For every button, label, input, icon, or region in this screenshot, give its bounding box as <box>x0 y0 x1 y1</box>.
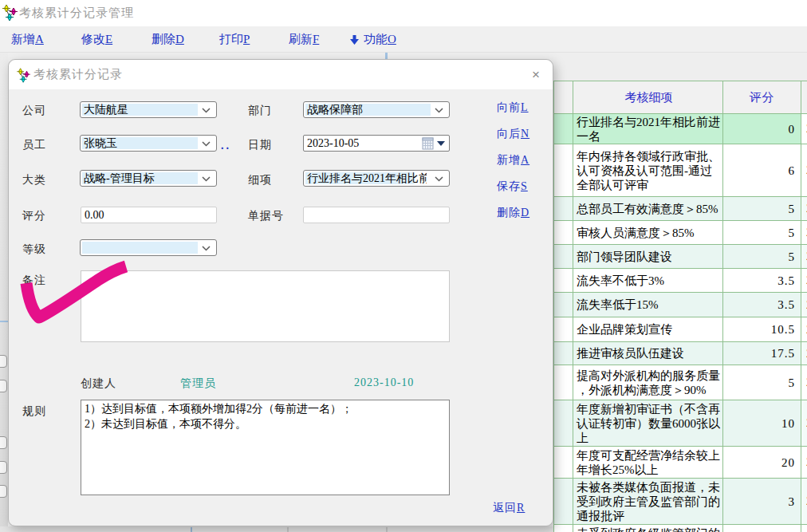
toolbar-button-E[interactable]: 修改E <box>81 26 112 52</box>
company-value: 大陆航星 <box>84 102 128 117</box>
grid-item-cell: 未被各类媒体负面报道，未受到政府主管及监管部门的通报批评 <box>573 479 723 525</box>
window-title: 考核累计分记录管理 <box>19 0 134 26</box>
grid-row[interactable]: 年度可支配经营净结余较上年增长25%以上202 <box>554 447 807 479</box>
date-picker[interactable]: 2023-10-05 <box>303 135 450 152</box>
grid-row[interactable]: 未受到政府各级监管部门的通报批评2 <box>554 525 807 532</box>
date-label: 日期 <box>248 138 272 152</box>
side-button-S[interactable]: 保存S <box>497 179 528 194</box>
grid-row[interactable]: 部门领导团队建设52 <box>554 245 807 269</box>
grid-item-cell: 提高对外派机构的服务质量，外派机构满意度＞90% <box>573 365 723 400</box>
grid-row-header-cell <box>554 197 573 221</box>
grid-column-item: 考核细项 <box>573 81 723 114</box>
side-button-A[interactable]: 新增A <box>497 153 529 167</box>
detail-label: 细项 <box>248 173 272 187</box>
grade-label: 等级 <box>22 242 46 257</box>
side-button-N[interactable]: 向后N <box>497 127 529 141</box>
chevron-down-icon <box>435 108 443 113</box>
background-gridline <box>191 527 192 532</box>
score-input[interactable]: 0.00 <box>81 207 217 223</box>
department-label: 部门 <box>248 104 272 118</box>
creator-label: 创建人 <box>81 376 116 391</box>
grid-clipped-cell: 2 <box>801 479 807 525</box>
grid-row-header-cell <box>554 525 573 532</box>
remark-textarea[interactable] <box>81 270 450 342</box>
grid-score-cell: 0 <box>723 114 801 144</box>
grid-row-header-cell <box>554 479 573 525</box>
grid-row-header-cell <box>554 114 573 144</box>
grid-row-header-cell <box>554 293 573 317</box>
chevron-down-icon <box>435 176 443 182</box>
toolbar-button-A[interactable]: 新增A <box>11 26 44 52</box>
background-checkbox <box>0 436 7 449</box>
toolbar-menu-button[interactable]: 功能O <box>364 26 396 52</box>
background-bottom-strip <box>0 526 553 532</box>
department-value: 战略保障部 <box>307 102 363 117</box>
background-gridline <box>287 527 289 532</box>
grid-row[interactable]: 未被各类媒体负面报道，未受到政府主管及监管部门的通报批评32 <box>554 479 807 525</box>
grid-score-cell <box>723 525 801 532</box>
grid-score-cell: 6 <box>723 144 801 197</box>
grid-row[interactable]: 企业品牌策划宣传10.52 <box>554 317 807 342</box>
window-titlebar: 考核累计分记录管理 <box>0 0 807 26</box>
grid-row[interactable]: 推进审核员队伍建设17.52 <box>554 342 807 365</box>
employee-select[interactable]: 张晓玉 <box>80 135 217 152</box>
calendar-dropdown-icon[interactable] <box>437 141 445 146</box>
grid-row[interactable]: 提高对外派机构的服务质量，外派机构满意度＞90%52 <box>554 365 807 400</box>
background-checkbox <box>0 461 7 474</box>
grid-row[interactable]: 流失率低于15%3.52 <box>554 293 807 317</box>
grid-row[interactable]: 年度新增初审证书（不含再认证转初审）数量6000张以上102 <box>554 400 807 447</box>
grid-score-cell: 5 <box>723 221 801 245</box>
grid-score-cell: 10.5 <box>723 317 801 342</box>
back-button[interactable]: 返回R <box>493 501 525 515</box>
category-select[interactable]: 战略-管理目标 <box>80 170 217 187</box>
grid-row-header-cell <box>554 144 573 197</box>
grid-item-cell: 年内保持各领域行政审批、认可资格及认可范围-通过全部认可评审 <box>573 144 723 197</box>
rule-textarea[interactable]: 1）达到目标值，本项额外增加得2分（每前进一名）； 2）未达到目标值，本项不得分… <box>81 400 450 495</box>
toolbar-button-P[interactable]: 打印P <box>219 26 250 52</box>
chevron-down-icon <box>202 246 211 251</box>
grid-score-cell: 3.5 <box>723 293 801 317</box>
dropdown-arrow-icon <box>349 35 360 45</box>
grid-clipped-cell <box>801 81 807 114</box>
department-select[interactable]: 战略保障部 <box>303 101 450 118</box>
employee-browse-button[interactable]: .. <box>221 140 231 152</box>
category-label: 大类 <box>22 173 46 187</box>
grid-clipped-cell: 2 <box>801 400 807 447</box>
grid-item-cell: 流失率低于15% <box>573 293 723 317</box>
grid-row[interactable]: 年内保持各领域行政审批、认可资格及认可范围-通过全部认可评审62 <box>554 144 807 197</box>
docno-label: 单据号 <box>248 209 284 223</box>
grid-row[interactable]: 总部员工有效满意度＞85%52 <box>554 197 807 221</box>
grid-column-score: 评分 <box>723 81 801 114</box>
side-button-D[interactable]: 删除D <box>497 206 529 220</box>
chevron-down-icon <box>202 141 211 147</box>
toolbar-button-F[interactable]: 刷新F <box>289 26 319 52</box>
grid-header-row: 考核细项评分 <box>554 81 807 114</box>
grid-item-cell: 行业排名与2021年相比前进一名 <box>573 114 723 144</box>
grid-row[interactable]: 行业排名与2021年相比前进一名02 <box>554 114 807 144</box>
score-value: 0.00 <box>85 207 104 223</box>
grid-item-cell: 流失率不低于3% <box>573 269 723 293</box>
grid-score-cell: 3.5 <box>723 269 801 293</box>
grid-clipped-cell: 2 <box>801 245 807 269</box>
grid-clipped-cell: 2 <box>801 114 807 144</box>
side-button-L[interactable]: 向前L <box>497 100 529 115</box>
grid-row-header-cell <box>554 81 573 114</box>
toolbar-button-D[interactable]: 删除D <box>152 26 184 52</box>
grid-row[interactable]: 审核人员满意度＞85%52 <box>554 221 807 245</box>
grid-row-header-cell <box>554 342 573 365</box>
grid-row-header-cell <box>554 365 573 400</box>
company-select[interactable]: 大陆航星 <box>80 101 217 118</box>
grid-item-cell: 总部员工有效满意度＞85% <box>573 197 723 221</box>
detail-select[interactable]: 行业排名与2021年相比前 <box>303 170 450 187</box>
background-splitter <box>385 53 388 59</box>
grid-row[interactable]: 流失率不低于3%3.52 <box>554 269 807 293</box>
grid-score-cell: 10 <box>723 400 801 447</box>
docno-input[interactable] <box>303 207 450 223</box>
grid-score-cell: 17.5 <box>723 342 801 365</box>
grade-select[interactable] <box>80 239 217 256</box>
rule-label: 规则 <box>22 404 46 419</box>
background-left-strip <box>0 53 8 532</box>
close-icon[interactable]: × <box>527 66 545 84</box>
toolbar: 功能O 新增A修改E删除D打印P刷新F <box>0 26 807 53</box>
app-window: 考核累计分记录管理 功能O 新增A修改E删除D打印P刷新F 考核细项评分行业排名… <box>0 0 807 532</box>
